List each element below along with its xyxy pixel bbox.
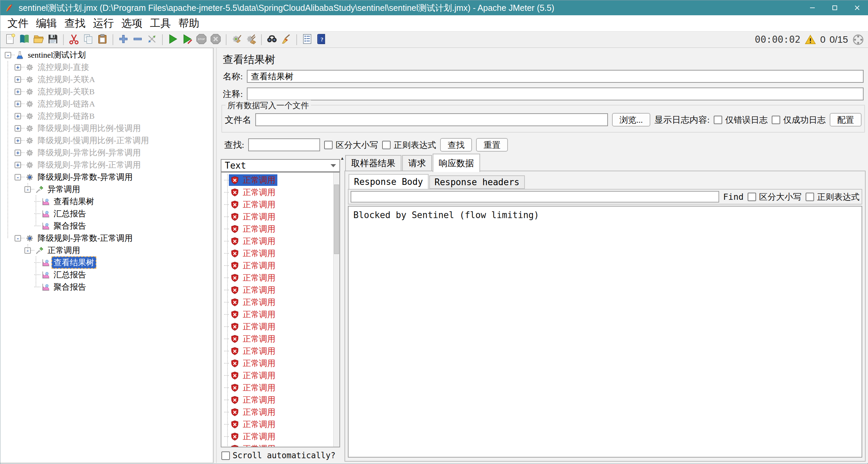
result-item[interactable]: 正常调用: [221, 198, 339, 211]
result-item[interactable]: 正常调用: [221, 211, 339, 223]
result-item[interactable]: 正常调用: [221, 333, 339, 345]
subtab-response-body[interactable]: Response Body: [349, 174, 429, 190]
search-regex-checkbox[interactable]: 正则表达式: [382, 139, 436, 151]
minimize-button[interactable]: [801, 0, 824, 15]
result-item[interactable]: 正常调用: [221, 406, 339, 418]
tree-item[interactable]: + 流控规则-关联B: [0, 85, 213, 98]
tree-expander-minus[interactable]: -: [15, 174, 21, 180]
maximize-button[interactable]: [824, 0, 846, 15]
success-only-checkbox[interactable]: 仅成功日志: [772, 114, 826, 125]
response-case-checkbox[interactable]: 区分大小写: [748, 191, 802, 202]
open-file-button[interactable]: [32, 33, 46, 47]
clear-all-results-button[interactable]: [244, 33, 258, 47]
configure-button[interactable]: 配置: [830, 113, 862, 127]
result-item[interactable]: 正常调用: [221, 369, 339, 382]
copy-button[interactable]: [81, 33, 95, 47]
menu-item-2[interactable]: 查找: [61, 16, 89, 31]
tree-expander-plus[interactable]: +: [15, 76, 21, 83]
tree-item[interactable]: + 降级规则-异常比例-正常调用: [0, 159, 213, 171]
result-item[interactable]: 正常调用: [221, 308, 339, 321]
cut-button[interactable]: [67, 33, 81, 47]
search-results-button[interactable]: [265, 33, 279, 47]
tree-expander-plus[interactable]: +: [15, 89, 21, 95]
result-item[interactable]: 正常调用: [221, 186, 339, 198]
tree-item[interactable]: + 降级规则-慢调用比例-慢调用: [0, 122, 213, 134]
menu-item-4[interactable]: 选项: [118, 16, 146, 31]
tab-request[interactable]: 请求: [402, 155, 432, 171]
tree-expander-plus[interactable]: +: [15, 113, 21, 119]
save-button[interactable]: [46, 33, 60, 47]
result-item[interactable]: 正常调用: [221, 382, 339, 394]
view-mode-dropdown[interactable]: Text: [221, 159, 340, 172]
tree-item[interactable]: + 降级规则-慢调用比例-正常调用: [0, 134, 213, 147]
filename-input[interactable]: [255, 113, 608, 126]
scrollbar-thumb[interactable]: [334, 185, 339, 254]
result-item[interactable]: 正常调用: [221, 235, 339, 247]
tree-expander-plus[interactable]: +: [15, 162, 21, 168]
tree-expander-plus[interactable]: +: [15, 150, 21, 156]
tree-item[interactable]: 查看结果树: [0, 195, 213, 208]
add-element-button[interactable]: [116, 33, 131, 47]
tree-item[interactable]: - 正常调用: [0, 244, 213, 256]
panel-splitter[interactable]: [213, 48, 217, 463]
find-button[interactable]: 查找: [440, 138, 472, 152]
close-button[interactable]: [846, 0, 868, 15]
tree-expander-plus[interactable]: +: [15, 64, 21, 71]
menu-item-0[interactable]: 文件: [4, 16, 32, 31]
name-input[interactable]: 查看结果树: [247, 70, 864, 83]
tree-item[interactable]: 聚合报告: [0, 281, 213, 293]
tree-item[interactable]: - sentinel测试计划: [0, 49, 213, 61]
clear-search-button[interactable]: [279, 33, 293, 47]
comment-input[interactable]: [247, 88, 864, 100]
stop-button[interactable]: STOP: [194, 33, 209, 47]
result-item[interactable]: 正常调用: [221, 223, 339, 235]
tree-item[interactable]: + 降级规则-异常比例-异常调用: [0, 147, 213, 159]
help-button[interactable]: ?: [314, 33, 329, 47]
tree-item[interactable]: - 异常调用: [0, 183, 213, 195]
tree-item[interactable]: 汇总报告: [0, 208, 213, 220]
result-item[interactable]: 正常调用: [221, 394, 339, 406]
tab-response-data[interactable]: 响应数据: [433, 154, 480, 172]
results-scrollbar[interactable]: [333, 173, 339, 447]
result-item[interactable]: 正常调用: [221, 430, 339, 443]
tab-sampler-result[interactable]: 取样器结果: [345, 155, 401, 171]
result-item[interactable]: 正常调用: [221, 259, 339, 272]
tree-item[interactable]: - 降级规则-异常数-正常调用: [0, 232, 213, 244]
response-regex-checkbox[interactable]: 正则表达式: [806, 191, 860, 202]
search-case-checkbox[interactable]: 区分大小写: [324, 139, 378, 151]
result-item[interactable]: 正常调用: [221, 345, 339, 357]
response-find-input[interactable]: [351, 191, 719, 202]
tree-item[interactable]: + 流控规则-直接: [0, 61, 213, 73]
menu-item-5[interactable]: 工具: [146, 16, 175, 31]
paste-button[interactable]: [95, 33, 110, 47]
tree-expander-minus[interactable]: -: [5, 52, 11, 58]
tree-expander-plus[interactable]: +: [15, 125, 21, 132]
result-item[interactable]: 正常调用: [221, 174, 339, 186]
new-file-button[interactable]: [3, 33, 17, 47]
shutdown-button[interactable]: [209, 33, 223, 47]
result-item[interactable]: 正常调用: [221, 418, 339, 430]
tree-item[interactable]: + 流控规则-链路B: [0, 110, 213, 122]
result-item[interactable]: 正常调用: [221, 247, 339, 259]
remove-element-button[interactable]: [131, 33, 145, 47]
tree-expander-minus[interactable]: -: [15, 235, 21, 241]
tree-item[interactable]: 查看结果树: [0, 256, 213, 269]
start-button[interactable]: [166, 33, 180, 47]
result-item[interactable]: 正常调用: [221, 272, 339, 284]
tree-item[interactable]: - 降级规则-异常数-异常调用: [0, 171, 213, 183]
start-no-timers-button[interactable]: [180, 33, 194, 47]
function-helper-button[interactable]: [300, 33, 314, 47]
result-item[interactable]: 正常调用: [221, 284, 339, 296]
result-item[interactable]: 正常调用: [221, 443, 339, 447]
errors-only-checkbox[interactable]: 仅错误日志: [714, 114, 768, 125]
search-input[interactable]: [248, 138, 320, 151]
response-find-button[interactable]: Find: [723, 192, 744, 202]
tree-item[interactable]: 聚合报告: [0, 220, 213, 232]
clear-results-button[interactable]: [230, 33, 244, 47]
subtab-response-headers[interactable]: Response headers: [429, 175, 525, 189]
tree-expander-plus[interactable]: +: [15, 101, 21, 107]
update-gui-button[interactable]: [145, 33, 159, 47]
tree-expander-plus[interactable]: +: [15, 137, 21, 144]
tree-item[interactable]: + 流控规则-关联A: [0, 73, 213, 85]
result-item[interactable]: 正常调用: [221, 296, 339, 308]
